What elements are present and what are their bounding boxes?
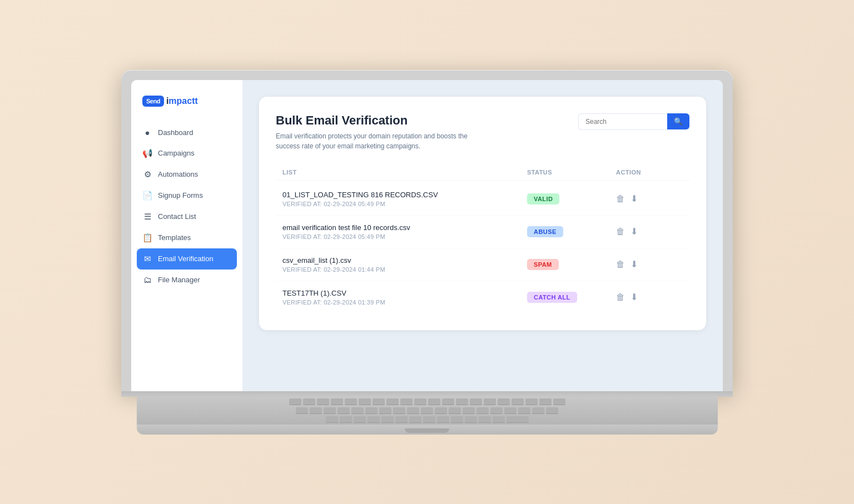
logo-area: Send impactt <box>131 96 242 122</box>
row-list-name: 01_LIST_LOAD_TESTING 816 RECORDS.CSV <box>282 191 527 199</box>
row-list-name: TEST17TH (1).CSV <box>282 289 527 297</box>
row-list-info: TEST17TH (1).CSV VERIFIED AT: 02-29-2024… <box>282 289 527 306</box>
download-icon[interactable]: ⬇ <box>630 259 638 270</box>
nav-label-contact-list: Contact List <box>158 212 196 221</box>
col-status: STATUS <box>527 169 616 176</box>
delete-icon[interactable]: 🗑 <box>616 227 625 237</box>
main-content: Bulk Email Verification Email verificati… <box>242 80 723 391</box>
sidebar: Send impactt ● Dashboard 📢 Campaigns ⚙ A… <box>131 80 242 391</box>
nav-label-dashboard: Dashboard <box>158 128 193 137</box>
nav-campaigns[interactable]: 📢 Campaigns <box>131 143 242 164</box>
templates-icon: 📋 <box>142 233 152 243</box>
row-status-col: CATCH ALL <box>527 292 616 303</box>
signup-forms-icon: 📄 <box>142 191 152 201</box>
table-row: email verification test file 10 records.… <box>276 216 689 248</box>
laptop-wrapper: Send impactt ● Dashboard 📢 Campaigns ⚙ A… <box>121 70 733 435</box>
laptop-screen: Send impactt ● Dashboard 📢 Campaigns ⚙ A… <box>131 80 723 391</box>
nav-label-templates: Templates <box>158 233 191 242</box>
row-action-col: 🗑 ⬇ <box>616 193 683 204</box>
nav-label-email-verification: Email Verification <box>158 255 214 263</box>
dashboard-icon: ● <box>142 128 152 137</box>
header-row: Bulk Email Verification Email verificati… <box>276 113 689 151</box>
laptop-base <box>121 391 733 435</box>
status-badge: CATCH ALL <box>527 292 577 303</box>
row-list-name: email verification test file 10 records.… <box>282 223 527 232</box>
nav-signup-forms[interactable]: 📄 Signup Forms <box>131 185 242 206</box>
row-status-col: SPAM <box>527 259 616 270</box>
email-verification-icon: ✉ <box>142 254 152 264</box>
laptop-bottom <box>137 425 718 435</box>
keyboard <box>137 397 718 425</box>
contact-list-icon: ☰ <box>142 212 152 222</box>
status-badge: VALID <box>527 193 559 204</box>
search-button[interactable]: 🔍 <box>667 113 689 129</box>
nav-email-verification[interactable]: ✉ Email Verification <box>137 248 237 270</box>
page-title: Bulk Email Verification <box>276 113 487 128</box>
nav-templates[interactable]: 📋 Templates <box>131 227 242 248</box>
nav-contact-list[interactable]: ☰ Contact List <box>131 206 242 227</box>
col-action: ACTION <box>616 169 683 176</box>
search-input[interactable] <box>578 113 667 130</box>
status-badge: SPAM <box>527 259 559 270</box>
campaigns-icon: 📢 <box>142 148 152 158</box>
download-icon[interactable]: ⬇ <box>630 226 638 237</box>
screen-bezel: Send impactt ● Dashboard 📢 Campaigns ⚙ A… <box>121 70 733 391</box>
download-icon[interactable]: ⬇ <box>630 193 638 204</box>
row-list-name: csv_email_list (1).csv <box>282 256 527 265</box>
nav-automations[interactable]: ⚙ Automations <box>131 164 242 185</box>
delete-icon[interactable]: 🗑 <box>616 194 625 204</box>
row-list-info: email verification test file 10 records.… <box>282 223 527 240</box>
delete-icon[interactable]: 🗑 <box>616 292 625 302</box>
status-badge: ABUSE <box>527 226 563 237</box>
row-list-info: csv_email_list (1).csv VERIFIED AT: 02-2… <box>282 256 527 273</box>
nav-dashboard[interactable]: ● Dashboard <box>131 122 242 143</box>
nav-label-automations: Automations <box>158 170 198 178</box>
delete-icon[interactable]: 🗑 <box>616 260 625 270</box>
col-list: LIST <box>282 169 527 176</box>
file-manager-icon: 🗂 <box>142 275 152 285</box>
laptop-notch <box>405 428 449 433</box>
table-body: 01_LIST_LOAD_TESTING 816 RECORDS.CSV VER… <box>276 183 689 313</box>
download-icon[interactable]: ⬇ <box>630 292 638 302</box>
nav-file-manager[interactable]: 🗂 File Manager <box>131 270 242 290</box>
row-verified-at: VERIFIED AT: 02-29-2024 05:49 PM <box>282 233 527 240</box>
logo-icon: Send <box>142 96 164 107</box>
nav-label-signup-forms: Signup Forms <box>158 191 203 199</box>
laptop-hinge <box>121 391 733 397</box>
logo: Send impactt <box>142 96 231 107</box>
table-row: csv_email_list (1).csv VERIFIED AT: 02-2… <box>276 248 689 281</box>
nav-label-campaigns: Campaigns <box>158 149 195 157</box>
row-verified-at: VERIFIED AT: 02-29-2024 05:49 PM <box>282 201 527 207</box>
nav-label-file-manager: File Manager <box>158 276 200 284</box>
logo-text: impactt <box>166 96 198 106</box>
row-verified-at: VERIFIED AT: 02-29-2024 01:39 PM <box>282 299 527 306</box>
table-row: TEST17TH (1).CSV VERIFIED AT: 02-29-2024… <box>276 281 689 313</box>
title-area: Bulk Email Verification Email verificati… <box>276 113 487 151</box>
search-wrapper: 🔍 <box>578 113 689 130</box>
keyboard-area <box>137 397 718 425</box>
row-action-col: 🗑 ⬇ <box>616 259 683 270</box>
row-list-info: 01_LIST_LOAD_TESTING 816 RECORDS.CSV VER… <box>282 191 527 207</box>
row-action-col: 🗑 ⬇ <box>616 292 683 302</box>
automations-icon: ⚙ <box>142 169 152 179</box>
search-icon: 🔍 <box>674 117 683 126</box>
row-verified-at: VERIFIED AT: 02-29-2024 01:44 PM <box>282 266 527 273</box>
row-status-col: ABUSE <box>527 226 616 237</box>
table-header: LIST STATUS ACTION <box>276 164 689 181</box>
page-subtitle: Email verification protects your domain … <box>276 131 487 151</box>
row-action-col: 🗑 ⬇ <box>616 226 683 237</box>
main-card: Bulk Email Verification Email verificati… <box>259 97 706 330</box>
row-status-col: VALID <box>527 193 616 204</box>
table-row: 01_LIST_LOAD_TESTING 816 RECORDS.CSV VER… <box>276 183 689 216</box>
